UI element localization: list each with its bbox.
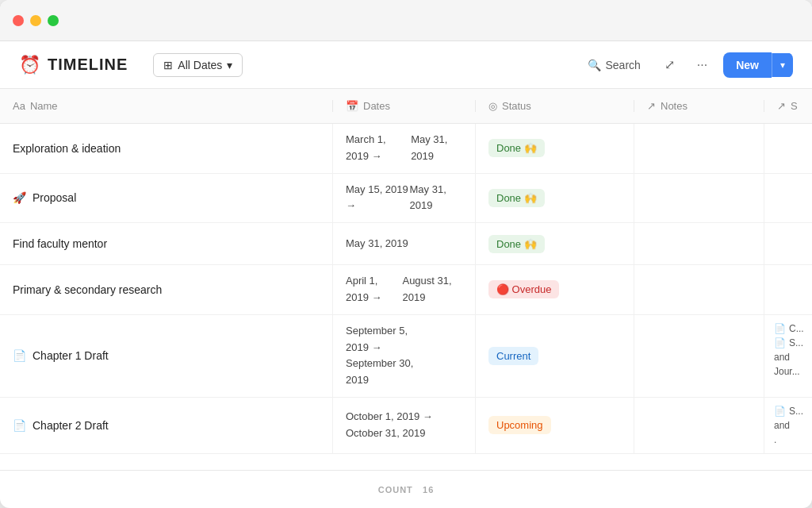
- cell-notes: [634, 223, 764, 264]
- note-jour: Jour...: [774, 366, 800, 377]
- close-button[interactable]: [13, 15, 24, 26]
- table-row[interactable]: 🚀 Proposal May 15, 2019 → May 31, 2019 D…: [0, 174, 812, 224]
- note-icon: 📄: [774, 406, 786, 417]
- new-button-dropdown[interactable]: ▾: [772, 53, 793, 77]
- app-title: ⏰ TIMELINE: [19, 55, 128, 75]
- name-col-icon: Aa: [13, 100, 25, 112]
- status-badge: Done 🙌: [488, 189, 545, 207]
- app-title-text: TIMELINE: [48, 56, 128, 74]
- expand-button[interactable]: ⤢: [658, 52, 681, 77]
- table-icon: ⊞: [163, 59, 173, 71]
- cell-status: Done 🙌: [476, 223, 634, 264]
- more-button[interactable]: ···: [691, 53, 714, 77]
- note-item-dot: .: [774, 434, 776, 445]
- cell-name: Primary & secondary research: [0, 265, 333, 314]
- row-dates-line1: March 1, 2019 →: [346, 132, 411, 165]
- maximize-button[interactable]: [48, 15, 59, 26]
- extra-col-icon: ↗: [777, 100, 786, 112]
- row-icon: 🚀: [13, 191, 26, 204]
- cell-name: 📄 Chapter 1 Draft: [0, 315, 333, 397]
- table-row[interactable]: Exploration & ideation March 1, 2019 → M…: [0, 124, 812, 174]
- name-col-label: Name: [30, 100, 58, 112]
- note-text: S...: [789, 406, 803, 417]
- col-header-extra: ↗ S: [764, 100, 812, 112]
- search-button[interactable]: 🔍 Search: [580, 54, 649, 76]
- table-body: Exploration & ideation March 1, 2019 → M…: [0, 124, 812, 470]
- col-header-status: ◎ Status: [476, 100, 634, 112]
- cell-dates: October 1, 2019 → October 31, 2019: [333, 398, 476, 453]
- note-icon: 📄: [774, 337, 786, 348]
- row-dates-line2: May 31, 2019: [411, 132, 462, 165]
- note-text: S...: [789, 337, 803, 348]
- extra-col-label: S: [791, 100, 798, 112]
- table-row[interactable]: Find faculty mentor May 31, 2019 Done 🙌: [0, 223, 812, 265]
- row-dates-line4: 2019: [346, 372, 369, 389]
- note-item: 📄 C...: [774, 323, 804, 334]
- col-header-notes: ↗ Notes: [634, 100, 764, 112]
- cell-notes: [634, 124, 764, 173]
- row-name: Chapter 1 Draft: [33, 349, 109, 362]
- note-item-and: and: [774, 420, 790, 431]
- main-window: ⏰ TIMELINE ⊞ All Dates ▾ 🔍 Search ⤢ ··· …: [0, 0, 812, 508]
- footer: COUNT 16: [0, 470, 812, 508]
- status-badge: Done 🙌: [488, 235, 545, 253]
- row-name: Find faculty mentor: [13, 237, 107, 250]
- row-dates-line2: May 31, 2019: [410, 182, 462, 215]
- row-dates-line2: 2019 →: [346, 340, 382, 356]
- row-dates-line2: October 31, 2019: [346, 425, 425, 442]
- new-button[interactable]: New: [723, 52, 772, 78]
- cell-dates: April 1, 2019 → August 31, 2019: [333, 265, 476, 314]
- note-dot: .: [774, 434, 776, 445]
- cell-extra: [764, 265, 812, 314]
- cell-name: 🚀 Proposal: [0, 174, 333, 223]
- alarm-icon: ⏰: [19, 55, 41, 75]
- row-dates-line1: May 15, 2019 →: [346, 182, 410, 215]
- row-dates-line1: May 31, 2019: [346, 236, 408, 252]
- cell-dates: May 31, 2019: [333, 223, 476, 264]
- note-and: and: [774, 420, 790, 431]
- chevron-down-icon: ▾: [227, 59, 232, 71]
- count-text: COUNT 16: [378, 485, 435, 495]
- count-value: 16: [423, 485, 434, 495]
- cell-status: Done 🙌: [476, 174, 634, 223]
- cell-status: Done 🙌: [476, 124, 634, 173]
- note-and: and: [774, 352, 790, 363]
- col-header-dates: 📅 Dates: [333, 100, 476, 112]
- all-dates-button[interactable]: ⊞ All Dates ▾: [153, 53, 243, 77]
- new-button-group: New ▾: [723, 52, 793, 78]
- cell-name: Exploration & ideation: [0, 124, 333, 173]
- row-name: Proposal: [33, 191, 76, 204]
- minimize-button[interactable]: [30, 15, 41, 26]
- cell-dates: March 1, 2019 → May 31, 2019: [333, 124, 476, 173]
- row-icon: 📄: [13, 419, 26, 432]
- search-label: Search: [606, 59, 641, 71]
- table-row[interactable]: 📄 Chapter 2 Draft October 1, 2019 → Octo…: [0, 398, 812, 454]
- note-text: C...: [789, 323, 804, 334]
- cell-status: Current: [476, 315, 634, 397]
- row-name: Chapter 2 Draft: [33, 419, 109, 432]
- status-badge: Upcoming: [488, 416, 551, 434]
- row-dates-line2: August 31, 2019: [402, 273, 462, 306]
- count-label: COUNT: [378, 485, 413, 495]
- cell-notes: [634, 315, 764, 397]
- note-icon: 📄: [774, 323, 786, 334]
- cell-name: Find faculty mentor: [0, 223, 333, 264]
- toolbar: ⏰ TIMELINE ⊞ All Dates ▾ 🔍 Search ⤢ ··· …: [0, 41, 812, 89]
- cell-status: 🔴 Overdue: [476, 265, 634, 314]
- table-row[interactable]: 📄 Chapter 1 Draft September 5, 2019 → Se…: [0, 315, 812, 398]
- note-item: 📄 S...: [774, 406, 803, 417]
- note-item: 📄 S...: [774, 337, 803, 348]
- status-badge: Current: [488, 347, 538, 365]
- cell-notes: [634, 398, 764, 453]
- row-dates-line1: April 1, 2019 →: [346, 273, 402, 306]
- cell-notes: [634, 265, 764, 314]
- search-icon: 🔍: [588, 59, 601, 71]
- notes-col-label: Notes: [661, 100, 688, 112]
- row-name: Primary & secondary research: [13, 283, 162, 296]
- toolbar-right: 🔍 Search ⤢ ··· New ▾: [580, 52, 794, 78]
- table-row[interactable]: Primary & secondary research April 1, 20…: [0, 265, 812, 315]
- row-icon: 📄: [13, 349, 26, 362]
- cell-dates: May 15, 2019 → May 31, 2019: [333, 174, 476, 223]
- status-badge: Done 🙌: [488, 139, 545, 157]
- row-name: Exploration & ideation: [13, 142, 121, 155]
